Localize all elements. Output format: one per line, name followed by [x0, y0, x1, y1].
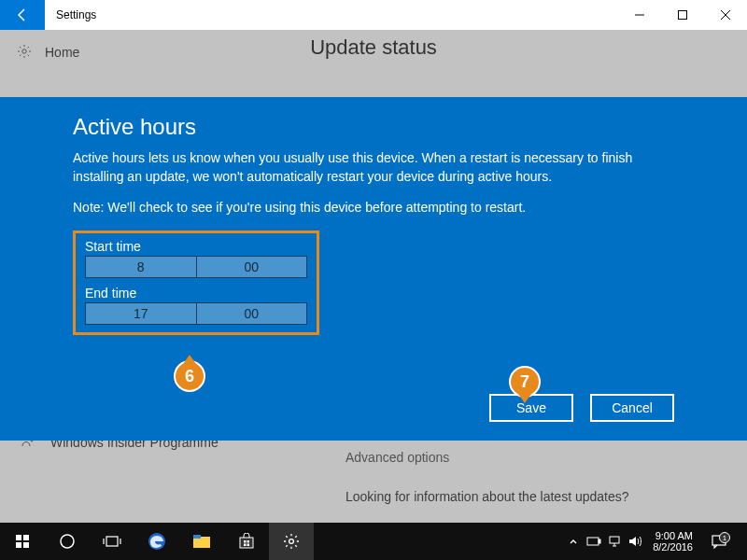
back-button[interactable]: [0, 0, 45, 30]
taskbar-app-store[interactable]: [224, 523, 269, 560]
svg-rect-12: [193, 535, 201, 539]
start-hour-picker[interactable]: 8: [85, 256, 197, 278]
end-minute-picker[interactable]: 00: [197, 302, 308, 325]
window-title: Settings: [56, 8, 96, 21]
svg-rect-9: [106, 537, 118, 546]
svg-rect-5: [23, 535, 29, 540]
end-hour-picker[interactable]: 17: [85, 302, 197, 325]
taskbar-app-explorer[interactable]: [179, 523, 224, 560]
tray-battery-icon[interactable]: [584, 537, 604, 546]
svg-rect-13: [240, 538, 253, 548]
start-minute-picker[interactable]: 00: [197, 256, 308, 278]
svg-rect-16: [244, 544, 247, 547]
task-view-button[interactable]: [90, 523, 134, 560]
dialog-heading: Active hours: [73, 114, 674, 140]
tray-notifications-icon[interactable]: 1: [700, 534, 738, 549]
maximize-button[interactable]: [661, 0, 704, 30]
svg-rect-14: [244, 540, 247, 543]
annotation-6: 6: [174, 360, 205, 399]
svg-point-8: [61, 535, 74, 548]
end-time-label: End time: [85, 286, 307, 301]
cortana-button[interactable]: [45, 523, 90, 560]
svg-rect-17: [247, 544, 250, 547]
minimize-button[interactable]: [618, 0, 661, 30]
svg-rect-4: [16, 535, 21, 540]
tray-time: 9:00 AM: [653, 530, 693, 541]
dialog-description: Active hours lets us know when you usual…: [73, 149, 674, 186]
tray-volume-icon[interactable]: [625, 536, 645, 547]
dialog-note: Note: We'll check to see if you're using…: [73, 199, 674, 217]
tray-overflow-icon[interactable]: [563, 537, 584, 546]
svg-rect-19: [587, 538, 599, 545]
active-hours-dialog: Active hours Active hours lets us know w…: [0, 97, 747, 441]
svg-point-18: [289, 539, 294, 544]
start-button[interactable]: [0, 523, 45, 560]
cancel-button[interactable]: Cancel: [590, 394, 674, 422]
time-picker-group: Start time 8 00 End time 17 00: [73, 231, 319, 335]
tray-clock[interactable]: 9:00 AM 8/2/2016: [653, 530, 693, 553]
taskbar-app-edge[interactable]: [134, 523, 179, 560]
notification-badge: 1: [719, 532, 730, 543]
svg-rect-6: [16, 542, 21, 548]
taskbar: 9:00 AM 8/2/2016 1: [0, 523, 747, 560]
taskbar-app-settings[interactable]: [269, 523, 314, 560]
svg-rect-20: [599, 539, 600, 543]
tray-network-icon[interactable]: [604, 536, 625, 547]
tray-date: 8/2/2016: [653, 541, 693, 553]
start-time-label: Start time: [85, 239, 307, 254]
svg-rect-7: [23, 542, 29, 548]
svg-rect-0: [679, 11, 687, 20]
annotation-7: 7: [509, 366, 541, 405]
svg-rect-15: [247, 540, 250, 543]
svg-rect-21: [610, 537, 619, 543]
close-button[interactable]: [704, 0, 747, 30]
